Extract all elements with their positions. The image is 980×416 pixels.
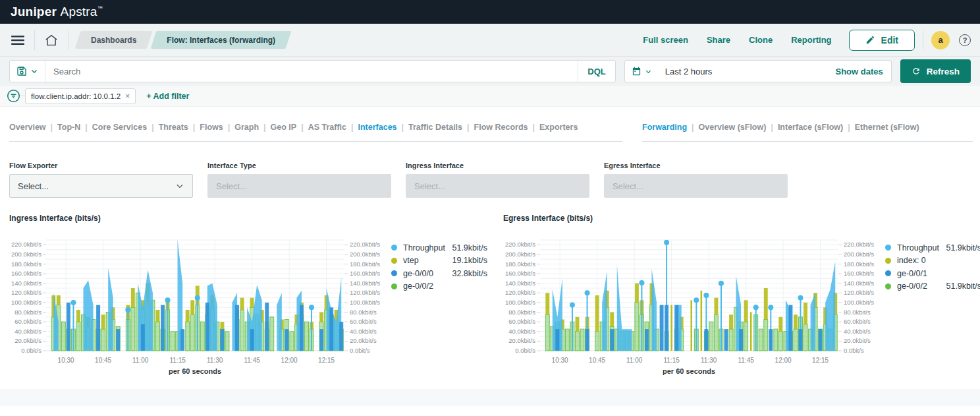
legend-item-ge-0-0-2[interactable]: ge-0/0/251.9kbit/s [885, 280, 980, 293]
legend-item-throughput[interactable]: Throughput51.9kbit/s [391, 241, 487, 254]
select-flow-exporter[interactable]: Select... [9, 174, 193, 198]
selector-label: Flow Exporter [9, 162, 193, 169]
tab-flow-records[interactable]: Flow Records [474, 123, 528, 132]
date-picker-menu[interactable] [625, 61, 659, 82]
select-placeholder: Select... [216, 181, 383, 191]
chevron-down-icon [645, 68, 652, 75]
avatar[interactable]: a [931, 31, 950, 49]
add-filter-link[interactable]: + Add filter [146, 92, 189, 101]
legend-dot [885, 245, 891, 251]
tab-overview[interactable]: Overview [9, 123, 46, 132]
tab-interface-sflow[interactable]: Interface (sFlow) [778, 123, 843, 132]
tab-separator: | [301, 123, 304, 132]
nav-action-full-screen[interactable]: Full screen [643, 35, 688, 45]
save-icon [16, 66, 27, 76]
tab-overview-sflow[interactable]: Overview (sFlow) [699, 123, 767, 132]
svg-text:200.0kbit/s: 200.0kbit/s [505, 251, 535, 258]
legend-value: 51.9kbit/s [946, 243, 980, 253]
hamburger-menu-icon[interactable] [9, 32, 26, 49]
tab-separator: | [351, 123, 354, 132]
nav-action-share[interactable]: Share [707, 35, 730, 45]
tab-threats[interactable]: Threats [159, 123, 188, 132]
select-placeholder: Select... [414, 181, 581, 191]
svg-text:160.0kbit/s: 160.0kbit/s [350, 270, 380, 277]
nav-action-links: Full screenShareCloneReporting [643, 35, 831, 45]
svg-text:100.0kbit/s: 100.0kbit/s [505, 299, 535, 306]
tabs-row: Overview|Top-N|Core Services|Threats|Flo… [9, 123, 973, 142]
svg-text:60.0kbit/s: 60.0kbit/s [14, 318, 41, 325]
legend-item-ge-0-0-0[interactable]: ge-0/0/032.8kbit/s [391, 267, 487, 280]
nav-action-reporting[interactable]: Reporting [791, 35, 831, 45]
svg-text:20.0kbit/s: 20.0kbit/s [14, 337, 41, 344]
tab-ethernet-sflow[interactable]: Ethernet (sFlow) [855, 123, 919, 132]
tab-separator: | [467, 123, 470, 132]
legend-dot [391, 270, 397, 276]
legend-value: 32.8kbit/s [452, 269, 487, 278]
legend-label: ge-0/0/0 [403, 269, 452, 278]
legend-label: vtep [403, 256, 452, 265]
svg-text:10:45: 10:45 [589, 357, 605, 364]
brand-juniper: Juniper [11, 5, 57, 18]
svg-text:per 60 seconds: per 60 seconds [663, 367, 715, 375]
refresh-button[interactable]: Refresh [900, 59, 971, 83]
svg-text:20.0kbit/s: 20.0kbit/s [350, 337, 377, 344]
tab-geo-ip[interactable]: Geo IP [271, 123, 297, 132]
breadcrumb-flow-interfaces-forwarding[interactable]: Flow: Interfaces (forwarding) [153, 31, 288, 49]
edit-button-label: Edit [881, 35, 898, 45]
legend-item-ge-0-0-1[interactable]: ge-0/0/1 [885, 267, 980, 280]
search-box: DQL [9, 60, 616, 82]
tab-exporters[interactable]: Exporters [539, 123, 578, 132]
tab-graph[interactable]: Graph [234, 123, 259, 132]
selector-egress-interface: Egress InterfaceSelect... [604, 162, 788, 198]
tab-separator: | [228, 123, 231, 132]
edit-button[interactable]: Edit [849, 30, 915, 51]
svg-text:40.0kbit/s: 40.0kbit/s [844, 328, 871, 335]
breadcrumb-dashboards[interactable]: Dashboards [78, 31, 150, 49]
nav-action-clone[interactable]: Clone [749, 35, 773, 45]
legend-value: 51.9kbit/s [452, 243, 487, 253]
filter-chip[interactable]: flow.client.ip.addr: 10.0.1.2 × [25, 88, 136, 104]
top-app-bar: Juniper Apstra™ [0, 0, 980, 24]
svg-text:11:15: 11:15 [169, 357, 186, 364]
chart-legend: Throughput51.9kbit/sindex: 0ge-0/0/1ge-0… [885, 241, 980, 377]
time-range-value[interactable]: Last 2 hours [659, 67, 836, 76]
selector-interface-type: Interface TypeSelect... [207, 162, 391, 198]
tab-as-traffic[interactable]: AS Traffic [308, 123, 346, 132]
svg-text:20.0kbit/s: 20.0kbit/s [844, 337, 871, 344]
date-range-box: Last 2 hours Show dates [624, 60, 892, 82]
tab-top-n[interactable]: Top-N [57, 123, 80, 132]
footer-band [0, 389, 980, 406]
tab-forwarding[interactable]: Forwarding [642, 123, 687, 132]
select-placeholder: Select... [18, 181, 175, 191]
dashboard-content: Overview|Top-N|Core Services|Threats|Flo… [0, 123, 980, 377]
connector-line [20, 96, 25, 96]
tab-flows[interactable]: Flows [200, 123, 223, 132]
tab-traffic-details[interactable]: Traffic Details [408, 123, 462, 132]
close-icon[interactable]: × [125, 92, 130, 101]
tab-core-services[interactable]: Core Services [92, 123, 147, 132]
search-input[interactable] [45, 67, 578, 76]
filter-funnel-icon[interactable] [7, 89, 20, 103]
legend-item-vtep[interactable]: vtep19.1kbit/s [391, 254, 487, 268]
legend-item-index-0[interactable]: index: 0 [885, 254, 980, 268]
svg-text:160.0kbit/s: 160.0kbit/s [11, 270, 41, 277]
calendar-icon [632, 67, 641, 76]
select-egress-interface: Select... [604, 174, 788, 198]
help-icon[interactable]: ? [959, 34, 971, 46]
svg-text:12:00: 12:00 [281, 357, 298, 364]
show-dates-link[interactable]: Show dates [835, 67, 890, 76]
legend-item-throughput[interactable]: Throughput51.9kbit/s [885, 241, 980, 254]
svg-text:140.0kbit/s: 140.0kbit/s [844, 280, 874, 287]
svg-text:120.0kbit/s: 120.0kbit/s [11, 289, 41, 296]
svg-text:60.0kbit/s: 60.0kbit/s [844, 318, 871, 325]
tab-separator: | [263, 123, 266, 132]
svg-text:12:15: 12:15 [812, 357, 829, 364]
svg-text:11:00: 11:00 [132, 357, 149, 364]
home-icon[interactable] [43, 32, 60, 49]
tab-interfaces[interactable]: Interfaces [358, 123, 397, 132]
tab-separator: | [85, 123, 88, 132]
dql-toggle[interactable]: DQL [578, 61, 614, 82]
saved-search-menu[interactable] [10, 61, 45, 82]
chevron-down-icon [30, 67, 38, 75]
legend-item-ge-0-0-2[interactable]: ge-0/0/2 [391, 280, 487, 293]
